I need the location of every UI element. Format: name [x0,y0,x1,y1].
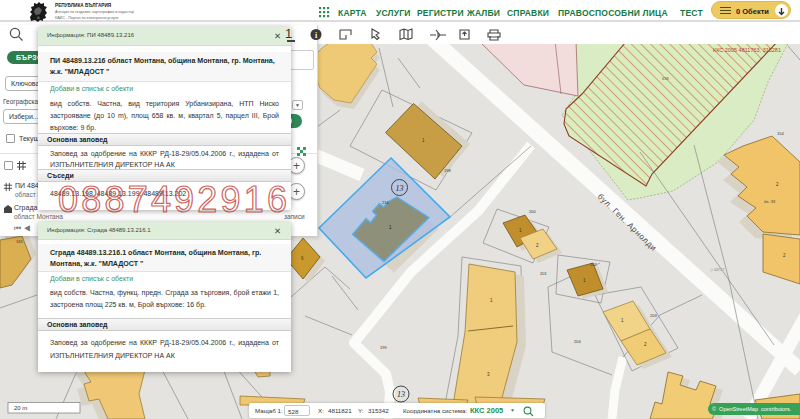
svg-text:200: 200 [529,209,536,214]
svg-text:204: 204 [574,339,581,344]
svg-text:13: 13 [396,184,404,193]
svg-text:20 m: 20 m [14,405,27,411]
svg-text:◇ Ш727: ◇ Ш727 [710,267,725,272]
svg-text:198: 198 [444,168,451,173]
svg-text:216: 216 [382,200,389,205]
svg-text:165: 165 [16,239,23,244]
svg-text:199: 199 [380,345,387,350]
svg-text:638: 638 [662,76,669,81]
svg-text:201: 201 [540,271,547,276]
svg-text:203: 203 [650,313,657,318]
svg-text:202: 202 [590,262,597,267]
svg-text:13: 13 [397,390,405,399]
svg-text:бл. 33: бл. 33 [764,199,776,204]
svg-text:ККС 2005 4811763, 315281: ККС 2005 4811763, 315281 [713,47,781,53]
svg-text:154: 154 [777,131,784,136]
